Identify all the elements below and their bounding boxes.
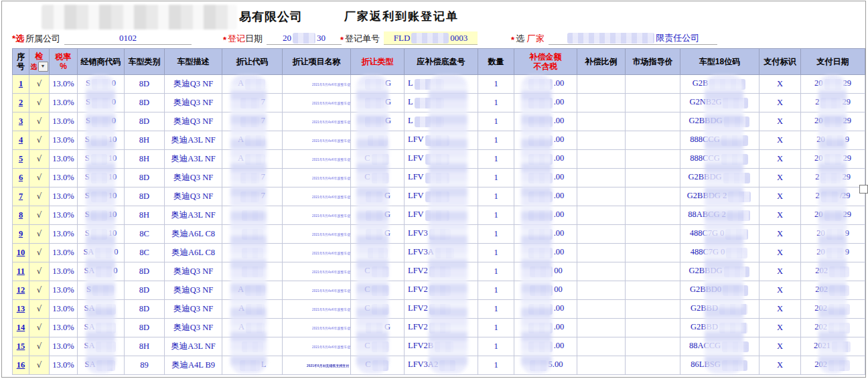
- row-number-link[interactable]: 9: [19, 229, 23, 238]
- redaction-blur: [246, 323, 265, 333]
- scroll-handle[interactable]: [859, 185, 868, 194]
- cell-guide: [626, 187, 680, 206]
- row-number-link[interactable]: 2: [19, 98, 23, 107]
- col-header-chk: 检选▼: [29, 49, 50, 75]
- date-post: 30: [317, 33, 326, 44]
- cell-dealer: S0: [78, 94, 125, 112]
- cell-ratio: [577, 112, 626, 131]
- vendor-input[interactable]: 限责任公司: [549, 31, 717, 45]
- cell-qty: 1: [478, 281, 514, 300]
- redaction-blur: [96, 341, 116, 352]
- cell-ratio: [577, 94, 626, 112]
- redaction-blur: [829, 285, 849, 296]
- redaction-blur: [365, 117, 384, 127]
- cell-code: A: [222, 131, 283, 150]
- redaction-blur: [368, 135, 388, 146]
- row-number-link[interactable]: 8: [19, 210, 23, 220]
- cell-cls: 8H: [125, 206, 165, 225]
- cell-date: 202: [801, 319, 865, 337]
- cell-name: 2021年6月AxK年度整车促销补充支付（CKD）: [283, 131, 351, 150]
- row-number-link[interactable]: 5: [19, 154, 23, 163]
- row-number-link[interactable]: 15: [17, 341, 25, 351]
- vendor-select-label: 选: [516, 33, 524, 45]
- row-number-link[interactable]: 7: [19, 192, 23, 201]
- field-register-date: * 登记 日期 20 30: [223, 31, 342, 45]
- cell-flag: X: [760, 206, 801, 225]
- cell-amount: .00: [514, 150, 577, 169]
- table-row: 14√13.0%SA8D奥迪Q3 NFA2021年6月AxK年度整车促销补充支付…: [13, 319, 865, 337]
- cell-qty: 1: [478, 319, 514, 337]
- discount-item-name: 2021年6月AxK年度整车促销补充支付（CKD）: [312, 157, 351, 162]
- row-number-link[interactable]: 11: [17, 266, 25, 276]
- cell-seq: 6: [13, 169, 29, 187]
- cell-chk: √: [29, 131, 50, 150]
- redaction-blur: [245, 79, 265, 90]
- regno-pre: FLD: [394, 33, 411, 44]
- row-number-link[interactable]: 16: [17, 360, 25, 370]
- date-pre: 20: [283, 33, 291, 44]
- cell-type: [351, 131, 405, 150]
- redaction-blur: [96, 360, 115, 371]
- check-mark: √: [37, 323, 42, 332]
- redaction-blur: [415, 79, 444, 90]
- redaction-blur: [723, 173, 750, 183]
- table-row: 6√13.0%S108D奥迪Q3 NF72021年6月AxK年度整车促销补充支付…: [13, 169, 865, 187]
- cell-qty: 1: [478, 225, 514, 244]
- cell-cls: 8D: [125, 262, 165, 281]
- cell-rate: 13.0%: [50, 319, 78, 337]
- row-number-link[interactable]: 10: [17, 248, 25, 257]
- cell-cls: 8D: [125, 112, 165, 131]
- redaction-blur: [528, 135, 553, 146]
- table-row: 15√13.0%SA8H奥迪A3L NF2021年6月AxK年度整车促销补充支付…: [13, 337, 865, 356]
- cell-desc: 奥迪A6L C8: [165, 244, 222, 262]
- cell-desc: 奥迪Q3 NF: [165, 262, 222, 281]
- cell-date: 202: [801, 300, 865, 319]
- cell-rate: 13.0%: [50, 337, 78, 356]
- cell-guide: [626, 169, 680, 187]
- redaction-blur: [719, 304, 747, 315]
- owner-company-input[interactable]: 0102: [64, 31, 192, 45]
- register-date-input[interactable]: 20 30: [267, 31, 342, 45]
- cell-seq: 13: [13, 300, 29, 319]
- redaction-blur: [242, 341, 263, 352]
- register-no-input[interactable]: FLD 0003: [384, 31, 478, 45]
- redaction-blur: [528, 248, 553, 258]
- redaction-blur: [91, 173, 107, 183]
- redaction-blur: [429, 323, 451, 333]
- cell-flag: X: [760, 75, 801, 94]
- row-number-link[interactable]: 6: [19, 173, 23, 182]
- redaction-blur: [95, 248, 113, 258]
- row-number-link[interactable]: 4: [19, 135, 23, 145]
- col-header-code: 折让代码: [222, 49, 283, 75]
- redaction-blur: [528, 98, 553, 108]
- company-title: 易有限公司: [42, 4, 303, 29]
- cell-desc: 奥迪Q3 NF: [165, 300, 222, 319]
- filter-dropdown-icon[interactable]: ▼: [38, 62, 48, 72]
- row-number-link[interactable]: 13: [17, 304, 25, 313]
- redaction-blur: [826, 229, 844, 240]
- cell-chk: √: [29, 150, 50, 169]
- table-row: 5√13.0%S108H奥迪A3L NFA2021年6月AxK年度整车促销补充支…: [13, 150, 865, 169]
- cell-desc: 奥迪A6L C8: [165, 225, 222, 244]
- redaction-blur: [429, 266, 451, 277]
- row-number-link[interactable]: 14: [17, 323, 25, 332]
- check-mark: √: [37, 192, 42, 201]
- cell-flag: X: [760, 150, 801, 169]
- redaction-blur: [528, 173, 553, 183]
- row-number-link[interactable]: 1: [19, 79, 23, 88]
- cell-amount: .00: [514, 169, 577, 187]
- redaction-blur: [91, 192, 107, 202]
- cell-qty: 1: [478, 262, 514, 281]
- cell-seq: 7: [13, 187, 29, 206]
- redaction-blur: [366, 192, 383, 202]
- redaction-blur: [245, 285, 265, 296]
- redaction-blur: [92, 79, 111, 90]
- redaction-blur: [828, 360, 850, 371]
- table-row: 12√13.0%S8D奥迪Q3 NFA2021年6月AxK年度整车促销补充支付（…: [13, 281, 865, 300]
- cell-qty: 1: [478, 112, 514, 131]
- row-number-link[interactable]: 12: [17, 285, 25, 295]
- table-row: 10√13.0%SA08C奥迪A6L C82021年6月AxK年度整车促销补充支…: [13, 244, 865, 262]
- cell-dealer: SA: [78, 300, 125, 319]
- row-number-link[interactable]: 3: [19, 117, 23, 126]
- cell-dealer: S: [78, 281, 125, 300]
